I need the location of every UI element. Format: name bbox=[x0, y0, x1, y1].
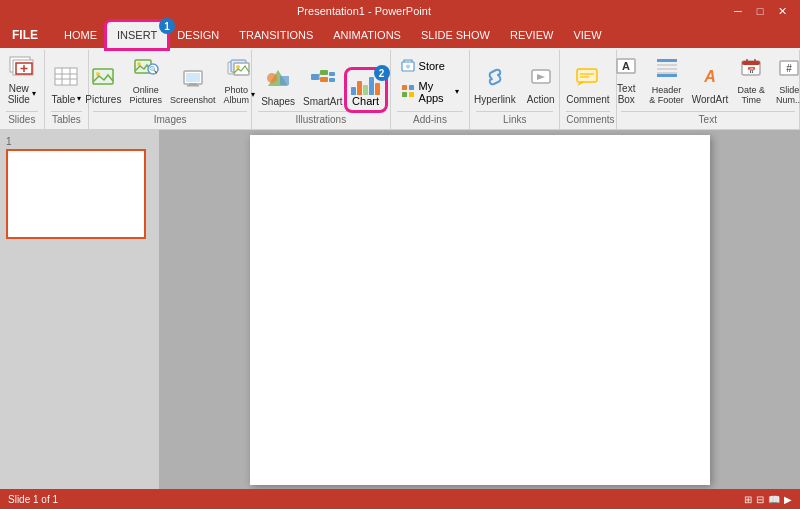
new-slide-button[interactable]: NewSlide ▾ bbox=[4, 53, 40, 107]
svg-line-32 bbox=[319, 73, 320, 77]
photo-album-label: PhotoAlbum bbox=[223, 85, 249, 105]
svg-rect-28 bbox=[320, 70, 328, 75]
status-bar: Slide 1 of 1 ⊞ ⊟ 📖 ▶ bbox=[0, 489, 800, 509]
hyperlink-icon bbox=[483, 66, 507, 92]
new-slide-icon bbox=[8, 55, 36, 81]
home-tab[interactable]: HOME bbox=[54, 22, 107, 48]
pictures-icon bbox=[91, 66, 115, 92]
online-pictures-icon: 🔍 bbox=[133, 57, 159, 83]
title-bar-controls: ─ □ ✕ bbox=[728, 3, 792, 19]
slide-number-label: 1 bbox=[6, 136, 153, 147]
hyperlink-button[interactable]: Hyperlink bbox=[471, 64, 519, 107]
close-button[interactable]: ✕ bbox=[772, 3, 792, 19]
slideshow-view-icon[interactable]: ▶ bbox=[784, 494, 792, 505]
title-bar-text: Presentation1 - PowerPoint bbox=[0, 5, 728, 17]
insert-tab-wrapper: INSERT 1 bbox=[107, 22, 167, 48]
slides-inner: NewSlide ▾ bbox=[4, 52, 40, 109]
addins-inner: Store My Apps ▾ bbox=[397, 52, 464, 109]
maximize-button[interactable]: □ bbox=[750, 3, 770, 19]
shapes-button[interactable]: Shapes bbox=[258, 66, 298, 109]
review-tab-label: REVIEW bbox=[510, 29, 553, 41]
ribbon-group-addins: Store My Apps ▾ Add-ins bbox=[391, 50, 471, 129]
view-tab[interactable]: VIEW bbox=[563, 22, 611, 48]
chart-badge: 2 bbox=[374, 65, 390, 81]
slide-panel[interactable]: 1 bbox=[0, 130, 160, 489]
comment-button[interactable]: Comment bbox=[563, 64, 612, 107]
slide-number-button[interactable]: # SlideNum... bbox=[771, 55, 800, 107]
reading-view-icon[interactable]: 📖 bbox=[768, 494, 780, 505]
addins-group-label: Add-ins bbox=[397, 111, 464, 127]
review-tab[interactable]: REVIEW bbox=[500, 22, 563, 48]
svg-line-33 bbox=[319, 77, 320, 80]
wordart-button[interactable]: A WordArt bbox=[689, 64, 732, 107]
my-apps-button[interactable]: My Apps ▾ bbox=[397, 78, 464, 106]
slide-number-label: SlideNum... bbox=[776, 85, 800, 105]
store-button[interactable]: Store bbox=[397, 56, 464, 76]
table-dropdown-icon: ▾ bbox=[77, 94, 81, 103]
insert-tab[interactable]: INSERT bbox=[107, 22, 167, 48]
screenshot-icon bbox=[181, 67, 205, 93]
my-apps-icon bbox=[401, 84, 415, 100]
animations-tab[interactable]: ANIMATIONS bbox=[323, 22, 411, 48]
date-time-button[interactable]: 📅 Date &Time bbox=[733, 55, 769, 107]
table-button[interactable]: Table ▾ bbox=[48, 64, 84, 107]
design-tab[interactable]: DESIGN bbox=[167, 22, 229, 48]
svg-rect-37 bbox=[409, 85, 414, 90]
minimize-button[interactable]: ─ bbox=[728, 3, 748, 19]
slide-canvas[interactable] bbox=[250, 135, 710, 485]
normal-view-icon[interactable]: ⊞ bbox=[744, 494, 752, 505]
svg-text:A: A bbox=[703, 68, 716, 85]
slide-sorter-icon[interactable]: ⊟ bbox=[756, 494, 764, 505]
svg-rect-29 bbox=[320, 77, 328, 82]
tables-inner: Table ▾ bbox=[48, 52, 84, 109]
my-apps-label: My Apps bbox=[419, 80, 452, 104]
wordart-icon: A bbox=[698, 66, 722, 92]
chart-button-wrapper: Chart 2 bbox=[348, 71, 384, 109]
transitions-tab[interactable]: TRANSITIONS bbox=[229, 22, 323, 48]
svg-rect-39 bbox=[409, 92, 414, 97]
slide-thumbnail-container: 1 bbox=[6, 136, 153, 239]
screenshot-label: Screenshot bbox=[170, 95, 216, 105]
slide-number-icon: # bbox=[777, 57, 800, 83]
animations-tab-label: ANIMATIONS bbox=[333, 29, 401, 41]
svg-rect-19 bbox=[187, 85, 199, 87]
slideshow-tab[interactable]: SLIDE SHOW bbox=[411, 22, 500, 48]
ribbon-group-slides: NewSlide ▾ Slides bbox=[0, 50, 45, 129]
home-tab-label: HOME bbox=[64, 29, 97, 41]
links-inner: Hyperlink Action bbox=[471, 52, 559, 109]
smartart-icon bbox=[310, 68, 336, 94]
store-icon bbox=[401, 58, 415, 74]
pictures-button[interactable]: Pictures bbox=[82, 64, 124, 107]
ribbon: NewSlide ▾ Slides T bbox=[0, 48, 800, 130]
menu-bar: FILE HOME INSERT 1 DESIGN TRANSITIONS AN… bbox=[0, 22, 800, 48]
ribbon-group-images: Pictures 🔍 OnlinePictures bbox=[89, 50, 252, 129]
action-button[interactable]: Action bbox=[523, 64, 559, 107]
slideshow-tab-label: SLIDE SHOW bbox=[421, 29, 490, 41]
file-tab[interactable]: FILE bbox=[0, 22, 50, 48]
ribbon-group-links: Hyperlink Action Links bbox=[470, 50, 560, 129]
status-view-buttons: ⊞ ⊟ 📖 ▶ bbox=[744, 494, 792, 505]
header-footer-icon bbox=[655, 57, 679, 83]
header-footer-button[interactable]: Header& Footer bbox=[646, 55, 687, 107]
svg-rect-27 bbox=[311, 74, 319, 80]
status-slide-info: Slide 1 of 1 bbox=[8, 494, 58, 505]
svg-text:📅: 📅 bbox=[747, 66, 756, 75]
svg-text:#: # bbox=[787, 63, 793, 74]
images-inner: Pictures 🔍 OnlinePictures bbox=[82, 52, 258, 109]
title-bar: Presentation1 - PowerPoint ─ □ ✕ bbox=[0, 0, 800, 22]
svg-rect-5 bbox=[55, 68, 77, 85]
links-group-label: Links bbox=[476, 111, 553, 127]
screenshot-button[interactable]: Screenshot bbox=[167, 65, 219, 107]
slide-thumbnail[interactable] bbox=[6, 149, 146, 239]
file-tab-label: FILE bbox=[12, 28, 38, 42]
online-pictures-button[interactable]: 🔍 OnlinePictures bbox=[126, 55, 165, 107]
hyperlink-label: Hyperlink bbox=[474, 94, 516, 105]
pictures-label: Pictures bbox=[85, 94, 121, 105]
text-box-label: TextBox bbox=[617, 83, 635, 105]
smartart-button[interactable]: SmartArt bbox=[300, 66, 345, 109]
online-pictures-label: OnlinePictures bbox=[129, 85, 162, 105]
photo-album-icon bbox=[227, 57, 251, 83]
text-box-button[interactable]: A TextBox bbox=[608, 53, 644, 107]
text-inner: A TextBox Header& Footer bbox=[608, 52, 800, 109]
svg-rect-52 bbox=[657, 74, 677, 77]
